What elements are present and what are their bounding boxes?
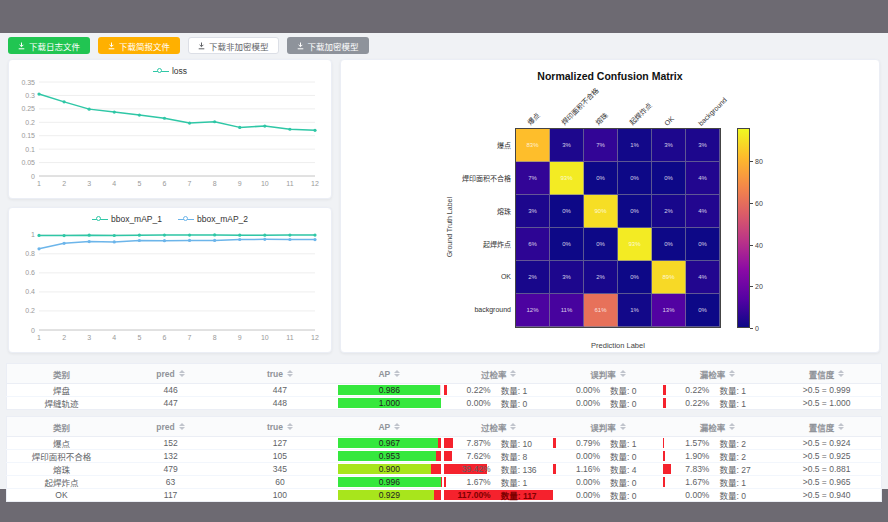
sort-carets-icon[interactable] bbox=[838, 370, 844, 377]
col-header-AP[interactable]: AP bbox=[335, 417, 444, 437]
cm-cell: 2% bbox=[652, 195, 686, 228]
confidence-cell: >0.5 = 0.999 bbox=[772, 384, 881, 397]
col-header-过检率[interactable]: 过检率 bbox=[444, 417, 553, 437]
col-header-漏检率[interactable]: 漏检率 bbox=[663, 364, 772, 384]
download-icon bbox=[198, 42, 205, 50]
sort-carets-icon[interactable] bbox=[729, 423, 735, 430]
cm-cell: 0% bbox=[618, 195, 652, 228]
svg-text:2: 2 bbox=[62, 334, 66, 341]
cm-cell: 3% bbox=[550, 129, 584, 162]
download-log-button[interactable]: 下载日志文件 bbox=[8, 37, 90, 54]
sort-carets-icon[interactable] bbox=[620, 423, 626, 430]
pred-cell: 63 bbox=[116, 476, 225, 489]
rate-text: 0.00%数量: 0 bbox=[663, 489, 772, 501]
svg-text:0.6: 0.6 bbox=[25, 269, 35, 276]
rate-cell: 0.22%数量: 1 bbox=[663, 397, 772, 410]
rate-text: 0.79%数量: 1 bbox=[553, 437, 662, 449]
confidence-cell: >0.5 = 1.000 bbox=[772, 397, 881, 410]
col-header-label: 类别 bbox=[53, 421, 70, 433]
button-label: 下载非加密模型 bbox=[209, 40, 269, 52]
sort-carets-icon[interactable] bbox=[179, 370, 185, 377]
cm-cell: 3% bbox=[686, 129, 720, 162]
cm-row-label: 熔珠 bbox=[453, 194, 515, 227]
table-row: 起焊炸点63600.9961.67%数量: 10.00%数量: 01.67%数量… bbox=[7, 476, 882, 489]
class-name-cell: 焊盘 bbox=[7, 384, 116, 397]
legend-item-loss[interactable]: loss bbox=[153, 66, 187, 76]
class-name-cell: 熔珠 bbox=[7, 463, 116, 476]
sort-carets-icon[interactable] bbox=[838, 423, 844, 430]
ap-value: 0.953 bbox=[338, 451, 441, 461]
sort-carets-icon[interactable] bbox=[510, 423, 516, 430]
rate-cell: 7.87%数量: 10 bbox=[444, 437, 553, 450]
col-header-置信度[interactable]: 置信度 bbox=[772, 364, 881, 384]
sort-carets-icon[interactable] bbox=[287, 370, 293, 377]
button-label: 下载日志文件 bbox=[29, 40, 80, 52]
class-name-cell: 焊缝轨迹 bbox=[7, 397, 116, 410]
rate-cell: 0.22%数量: 1 bbox=[444, 384, 553, 397]
cm-cell: 2% bbox=[584, 261, 618, 294]
confusion-matrix-card: Normalized Confusion Matrix Ground Truth… bbox=[340, 59, 880, 353]
svg-text:11: 11 bbox=[286, 334, 293, 341]
rate-cell: 1.90%数量: 2 bbox=[663, 450, 772, 463]
sort-carets-icon[interactable] bbox=[287, 423, 293, 430]
rate-text: 0.00%数量: 0 bbox=[553, 476, 662, 488]
cm-xlabel: Prediction Label bbox=[515, 341, 721, 350]
col-header-误判率[interactable]: 误判率 bbox=[553, 417, 662, 437]
sort-carets-icon[interactable] bbox=[394, 423, 400, 430]
pred-cell: 132 bbox=[116, 450, 225, 463]
rate-cell: 1.67%数量: 1 bbox=[663, 476, 772, 489]
line-series-icon bbox=[178, 215, 194, 224]
svg-text:8: 8 bbox=[213, 180, 217, 187]
legend-item-bbox_mAP_2[interactable]: bbox_mAP_2 bbox=[178, 214, 248, 224]
pred-cell: 152 bbox=[116, 437, 225, 450]
download-unencrypted-model-button[interactable]: 下载非加密模型 bbox=[188, 37, 279, 54]
rate-cell: 0.00%数量: 0 bbox=[553, 384, 662, 397]
cm-cell: 12% bbox=[516, 294, 550, 327]
cm-col-labels: 爆点焊印面积不合格熔珠起焊炸点OKbackground bbox=[515, 82, 719, 128]
svg-text:10: 10 bbox=[261, 334, 269, 341]
col-header-true[interactable]: true bbox=[225, 417, 334, 437]
sort-carets-icon[interactable] bbox=[620, 370, 626, 377]
download-encrypted-model-button[interactable]: 下载加密模型 bbox=[287, 37, 369, 54]
dashboard-page: 下载日志文件下载简报文件下载非加密模型下载加密模型 loss 00.050.10… bbox=[0, 33, 888, 489]
cm-cell: 13% bbox=[652, 294, 686, 327]
col-header-过检率[interactable]: 过检率 bbox=[444, 364, 553, 384]
col-header-置信度[interactable]: 置信度 bbox=[772, 417, 881, 437]
sort-carets-icon[interactable] bbox=[510, 370, 516, 377]
col-header-漏检率[interactable]: 漏检率 bbox=[663, 417, 772, 437]
bbox-map-line-chart: 00.20.40.60.81123456789101112 bbox=[9, 224, 329, 346]
col-header-label: 漏检率 bbox=[700, 368, 726, 380]
sort-carets-icon[interactable] bbox=[179, 423, 185, 430]
col-header-误判率[interactable]: 误判率 bbox=[553, 364, 662, 384]
cm-cell: 0% bbox=[618, 261, 652, 294]
cm-cell: 0% bbox=[652, 162, 686, 195]
rate-cell: 7.83%数量: 27 bbox=[663, 463, 772, 476]
map-chart-legend: bbox_mAP_1bbox_mAP_2 bbox=[9, 208, 331, 224]
sort-carets-icon[interactable] bbox=[729, 370, 735, 377]
rate-cell: 0.22%数量: 1 bbox=[663, 384, 772, 397]
rate-text: 0.00%数量: 0 bbox=[553, 397, 662, 409]
col-header-AP[interactable]: AP bbox=[335, 364, 444, 384]
class-name-cell: 爆点 bbox=[7, 437, 116, 450]
col-header-pred[interactable]: pred bbox=[116, 417, 225, 437]
col-header-pred[interactable]: pred bbox=[116, 364, 225, 384]
rate-cell: 1.57%数量: 2 bbox=[663, 437, 772, 450]
confidence-cell: >0.5 = 0.924 bbox=[772, 437, 881, 450]
col-header-label: 过检率 bbox=[481, 421, 507, 433]
download-report-button[interactable]: 下载简报文件 bbox=[98, 37, 180, 54]
legend-label: bbox_mAP_1 bbox=[111, 214, 162, 224]
pred-cell: 446 bbox=[116, 384, 225, 397]
true-cell: 127 bbox=[225, 437, 334, 450]
rate-text: 0.22%数量: 1 bbox=[663, 397, 772, 409]
cm-cell: 0% bbox=[550, 195, 584, 228]
ap-value: 0.996 bbox=[338, 477, 441, 487]
legend-item-bbox_mAP_1[interactable]: bbox_mAP_1 bbox=[92, 214, 162, 224]
cm-col-label: OK bbox=[663, 115, 675, 127]
col-header-true[interactable]: true bbox=[225, 364, 334, 384]
svg-text:7: 7 bbox=[188, 180, 192, 187]
cm-cell: 0% bbox=[584, 228, 618, 261]
true-cell: 447 bbox=[225, 384, 334, 397]
rate-cell: 0.00%数量: 0 bbox=[444, 397, 553, 410]
sort-carets-icon[interactable] bbox=[394, 370, 400, 377]
charts-area: loss 00.050.10.150.20.250.30.35123456789… bbox=[8, 59, 880, 353]
